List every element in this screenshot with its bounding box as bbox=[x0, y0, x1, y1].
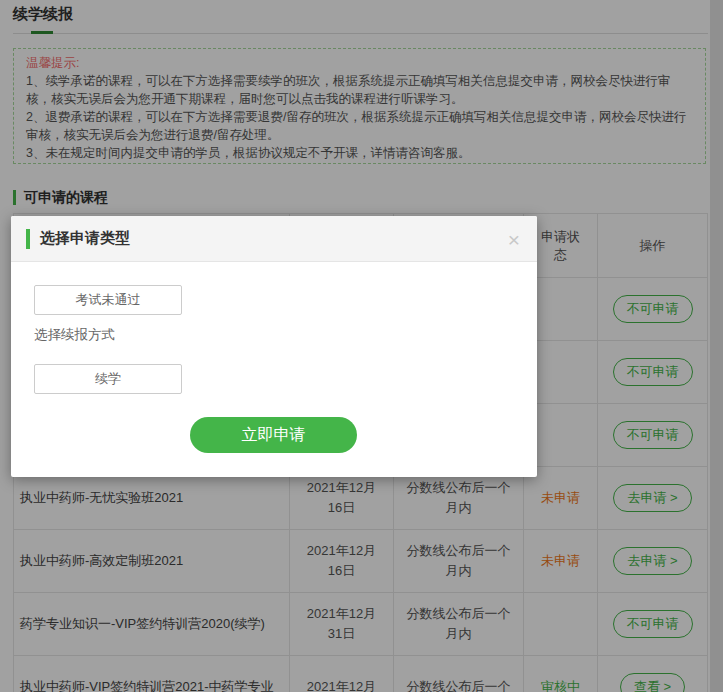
renew-method-select[interactable]: 续学 bbox=[34, 364, 182, 394]
modal-header: 选择申请类型 × bbox=[11, 216, 537, 262]
modal-accent-bar bbox=[26, 229, 30, 249]
apply-type-select[interactable]: 考试未通过 bbox=[34, 285, 182, 315]
submit-apply-button[interactable]: 立即申请 bbox=[190, 417, 357, 453]
renew-method-label: 选择续报方式 bbox=[34, 326, 115, 344]
apply-type-modal: 选择申请类型 × 考试未通过 选择续报方式 续学 立即申请 bbox=[11, 216, 537, 477]
close-icon[interactable]: × bbox=[508, 228, 520, 249]
modal-title: 选择申请类型 bbox=[40, 229, 130, 248]
